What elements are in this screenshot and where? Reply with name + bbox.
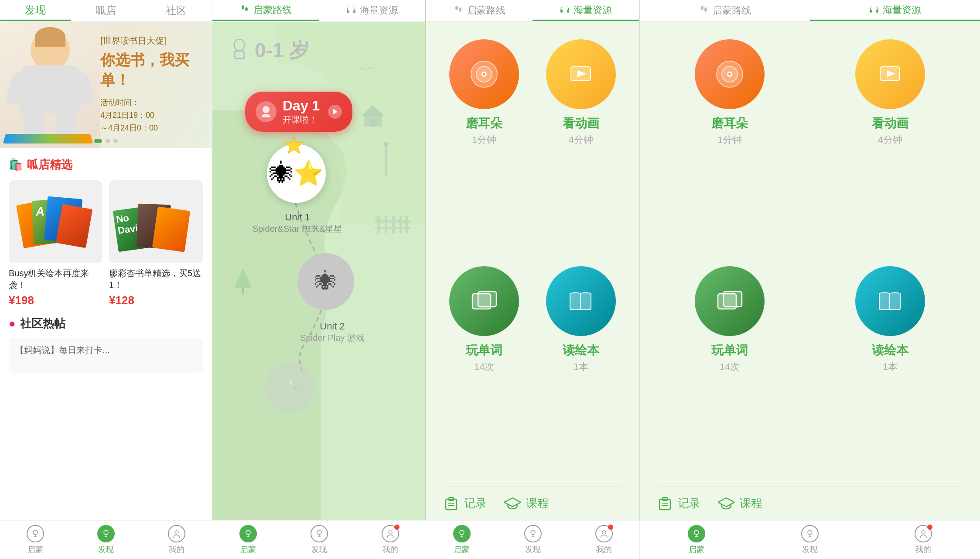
play-video-icon (569, 62, 593, 86)
footprint-icon-p3 (453, 5, 464, 16)
svg-point-2 (234, 39, 245, 51)
bulb-icon-3 (453, 525, 471, 542)
unit1-icon: 🕷⭐ (270, 161, 324, 185)
bottom-nav-item-qimeng-1[interactable]: 启蒙 (0, 521, 71, 559)
resource-item-books[interactable]: 读绘本 1本 (540, 266, 622, 478)
svg-rect-16 (392, 216, 395, 233)
tab-res-path-right[interactable]: 启蒙路线 (640, 0, 810, 21)
resource-item-words-r[interactable]: 玩单词 14次 (657, 266, 802, 478)
utility-row-right: 记录 课程 (657, 487, 963, 511)
bulb-icon-4 (688, 525, 705, 542)
banner-dots (94, 139, 118, 143)
badge-mine-4 (927, 525, 932, 530)
bottom-nav-item-discover-4[interactable]: 发现 (753, 521, 867, 559)
tab-discovery-community[interactable]: 社区 (141, 0, 212, 21)
day1-avatar-icon (260, 105, 273, 118)
disc-icon (469, 59, 499, 89)
bottom-label-discover-2: 发现 (311, 544, 327, 555)
age-text: 0-1 岁 (255, 37, 309, 64)
bottom-nav-item-mine-1[interactable]: 我的 (141, 521, 212, 559)
unit3-icon: ⭐ (279, 377, 301, 398)
shop-item-1-title: Busy机关绘本再度来袭！ (9, 267, 102, 291)
tab-res-resources-left[interactable]: 海量资源 (533, 0, 639, 21)
resource-item-audio[interactable]: 磨耳朵 1分钟 (444, 39, 525, 251)
bottom-nav-item-mine-3[interactable]: 我的 (568, 521, 639, 559)
bottom-label-mine-2: 我的 (382, 544, 398, 555)
tab-discovery-find[interactable]: 发现 (0, 0, 71, 21)
tab-res-path-left[interactable]: 启蒙路线 (426, 0, 533, 21)
bottom-nav-item-mine-4[interactable]: 我的 (867, 521, 980, 559)
resource-item-words[interactable]: 玩单词 14次 (444, 266, 525, 478)
bottom-nav-item-discover-3[interactable]: 发现 (497, 521, 568, 559)
bottom-nav: 启蒙 发现 我的 启蒙 (0, 520, 980, 559)
svg-point-46 (728, 73, 731, 75)
tab-res-resources-right[interactable]: 海量资源 (810, 0, 980, 21)
person-icon-2 (382, 525, 399, 542)
play-video-icon-r (878, 62, 902, 86)
banner-time1: 4月21日19：00 (100, 108, 205, 123)
day1-card[interactable]: Day 1 开课啦！ (245, 92, 352, 132)
panel1-content: [世界读书日大促] 你选书，我买单！ 活动时间： 4月21日19：00 ～4月2… (0, 22, 212, 520)
bottom-nav-item-qimeng-2[interactable]: 启蒙 (212, 521, 283, 559)
resource-sublabel-words: 14次 (474, 360, 494, 374)
svg-point-74 (531, 530, 535, 535)
discover-icon-3 (524, 525, 542, 542)
bottom-nav-item-discover-2[interactable]: 发现 (283, 521, 355, 559)
utility-record[interactable]: 记录 (444, 496, 487, 511)
utility-course-r[interactable]: 课程 (718, 496, 762, 511)
panel-discovery: 发现 呱店 社区 (0, 0, 212, 520)
resource-item-books-r[interactable]: 读绘本 1本 (818, 266, 963, 478)
banner-text: [世界读书日大促] 你选书，我买单！ 活动时间： 4月21日19：00 ～4月2… (100, 35, 205, 133)
resource-grid-right: 磨耳朵 1分钟 看动画 4分钟 (657, 39, 963, 478)
tab-discovery-shop[interactable]: 呱店 (71, 0, 141, 21)
unit2-icon: 🕷 (315, 269, 337, 294)
shop-item-2[interactable]: NoDavid! 廖彩杏书单精选，买5送1！ ¥128 (109, 180, 203, 307)
cards-icon-r (716, 287, 744, 316)
svg-point-78 (694, 530, 699, 535)
unit1-star (284, 135, 304, 157)
utility-record-label-r: 记录 (678, 496, 700, 511)
shop-item-1[interactable]: A Busy机关绘本再度来袭！ ¥198 (9, 180, 102, 307)
resource-sublabel-audio-r: 1分钟 (717, 134, 742, 147)
unit3-circle[interactable]: ⭐ (265, 362, 315, 412)
bottom-nav-item-qimeng-3[interactable]: 启蒙 (426, 521, 497, 559)
shop-item-1-image: A (9, 180, 102, 263)
tab-path-resources[interactable]: 海量资源 (319, 0, 425, 21)
svg-point-30 (483, 73, 485, 75)
bottom-nav-section-4: 启蒙 发现 我的 (640, 521, 980, 559)
day1-play-btn[interactable] (328, 105, 342, 119)
graduation-icon (504, 496, 521, 511)
utility-record-r[interactable]: 记录 (657, 496, 700, 511)
svg-rect-15 (385, 216, 387, 233)
community-title: ● 社区热帖 (9, 316, 203, 331)
svg-point-63 (175, 531, 178, 534)
resource-sublabel-books: 1本 (574, 360, 588, 374)
utility-course[interactable]: 课程 (504, 496, 549, 511)
unit2-circle[interactable]: 🕷 (297, 253, 354, 310)
bottom-label-qimeng-4: 启蒙 (689, 544, 704, 555)
svg-point-25 (455, 6, 458, 10)
banner[interactable]: [世界读书日大促] 你选书，我买单！ 活动时间： 4月21日19：00 ～4月2… (0, 22, 212, 148)
panel4-content: 磨耳朵 1分钟 看动画 4分钟 (640, 22, 980, 520)
shop-grid: A Busy机关绘本再度来袭！ ¥198 (9, 180, 203, 307)
panel2-map: 0-1 岁 (212, 22, 425, 520)
disc-icon-r (714, 59, 745, 89)
person-icon-1 (168, 525, 185, 542)
bottom-label-discover-4: 发现 (802, 544, 818, 555)
tab-path-learning[interactable]: 启蒙路线 (212, 0, 319, 21)
bulb-icon-1 (27, 525, 44, 542)
svg-point-41 (701, 6, 703, 10)
shop-title-text: 呱店精选 (27, 157, 72, 172)
bottom-label-discover-3: 发现 (525, 544, 541, 555)
bottom-nav-item-qimeng-4[interactable]: 启蒙 (640, 521, 753, 559)
resource-item-video-r[interactable]: 看动画 4分钟 (818, 39, 963, 251)
bottom-label-qimeng-1: 启蒙 (27, 544, 43, 555)
bottom-nav-section-1: 启蒙 发现 我的 (0, 521, 212, 559)
bottom-nav-item-discover-1[interactable]: 发现 (71, 521, 141, 559)
resource-item-audio-r[interactable]: 磨耳朵 1分钟 (657, 39, 802, 251)
bottom-nav-item-mine-2[interactable]: 我的 (355, 521, 426, 559)
svg-rect-50 (724, 292, 742, 307)
banner-time2: ～4月24日0：00 (100, 123, 205, 133)
shop-item-2-title: 廖彩杏书单精选，买5送1！ (109, 267, 203, 291)
resource-item-video[interactable]: 看动画 4分钟 (540, 39, 622, 251)
